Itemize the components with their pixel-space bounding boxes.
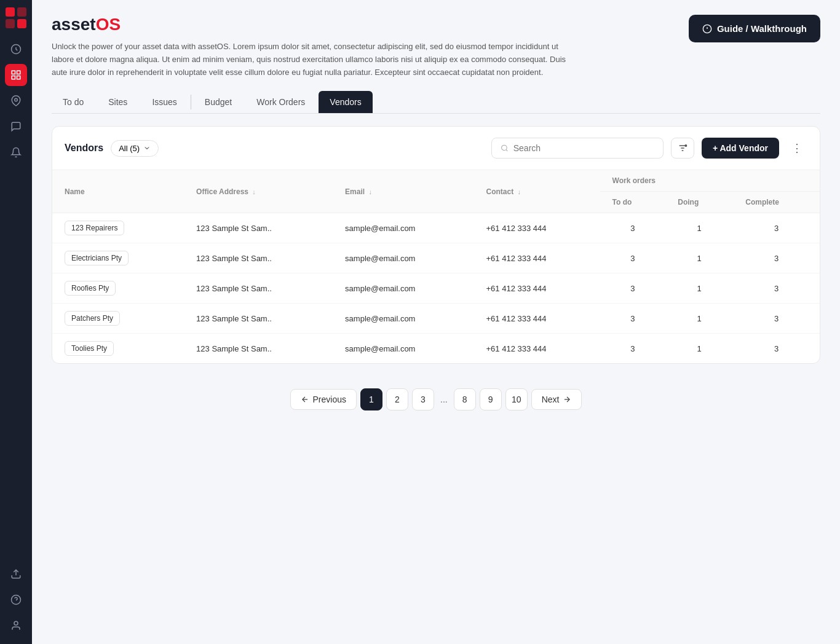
more-options-button[interactable]: ⋮ [787, 136, 807, 160]
page-10[interactable]: 10 [505, 388, 528, 410]
vendor-email-3: sample@email.com [333, 304, 473, 334]
main-content: assetOS Unlock the power of your asset d… [32, 0, 840, 644]
col-name: Name [52, 170, 184, 213]
vendor-name-2[interactable]: Roofies Pty [52, 273, 184, 304]
app-logo: assetOS [52, 15, 674, 34]
col-email: Email ↓ [333, 170, 473, 213]
vendor-name-3[interactable]: Patchers Pty [52, 304, 184, 334]
filter-icon [678, 143, 687, 153]
tab-workorders[interactable]: Work Orders [245, 91, 316, 113]
table-row: Roofies Pty 123 Sample St Sam.. sample@e… [52, 273, 820, 304]
svg-point-9 [15, 98, 18, 101]
sort-email-icon: ↓ [368, 188, 372, 195]
sidebar-item-profile[interactable] [5, 615, 27, 637]
page-8[interactable]: 8 [454, 388, 476, 410]
col-complete: Complete [733, 192, 820, 213]
chevron-down-icon [143, 144, 151, 152]
sort-contact-icon: ↓ [518, 188, 521, 195]
sidebar-logo [6, 7, 26, 28]
vendor-complete-1: 3 [733, 243, 820, 273]
previous-button[interactable]: Previous [290, 389, 357, 410]
svg-rect-1 [17, 7, 26, 17]
vendors-title: Vendors [65, 143, 103, 154]
tab-sites[interactable]: Sites [97, 91, 138, 113]
col-doing: Doing [665, 192, 733, 213]
guide-walkthrough-button[interactable]: Guide / Walkthrough [689, 15, 820, 42]
header: assetOS Unlock the power of your asset d… [52, 15, 820, 79]
vendor-contact-3: +61 412 333 444 [474, 304, 600, 334]
svg-point-13 [14, 621, 18, 625]
page-2[interactable]: 2 [386, 388, 408, 410]
vendor-name-0[interactable]: 123 Repairers [52, 213, 184, 243]
vendor-name-4[interactable]: Toolies Pty [52, 334, 184, 364]
vendor-contact-0: +61 412 333 444 [474, 213, 600, 243]
page-3[interactable]: 3 [412, 388, 434, 410]
logo-os: OS [96, 15, 121, 34]
vendor-address-4: 123 Sample St Sam.. [184, 334, 333, 364]
sidebar-item-assets[interactable] [5, 64, 27, 86]
sidebar-item-chat[interactable] [5, 116, 27, 138]
col-work-orders-group: Work orders [600, 170, 820, 192]
arrow-left-icon [301, 395, 309, 404]
svg-rect-2 [6, 19, 15, 28]
sort-address-icon: ↓ [252, 188, 256, 195]
svg-rect-3 [17, 19, 26, 28]
page-1[interactable]: 1 [360, 388, 382, 410]
search-box[interactable] [491, 138, 664, 159]
vendor-address-2: 123 Sample St Sam.. [184, 273, 333, 304]
vendor-todo-2: 3 [600, 273, 666, 304]
vendor-doing-1: 1 [665, 243, 733, 273]
table-row: 123 Repairers 123 Sample St Sam.. sample… [52, 213, 820, 243]
guide-icon [702, 24, 712, 34]
svg-rect-6 [17, 71, 20, 74]
svg-rect-0 [6, 7, 15, 17]
sidebar-item-help[interactable] [5, 589, 27, 611]
col-todo: To do [600, 192, 666, 213]
svg-rect-7 [12, 76, 15, 79]
vendor-address-3: 123 Sample St Sam.. [184, 304, 333, 334]
sidebar-item-notifications[interactable] [5, 141, 27, 163]
page-ellipsis: ... [438, 395, 450, 404]
search-input[interactable] [513, 143, 654, 153]
vendor-complete-2: 3 [733, 273, 820, 304]
svg-line-18 [506, 150, 507, 151]
arrow-right-icon [563, 395, 571, 404]
table-row: Patchers Pty 123 Sample St Sam.. sample@… [52, 304, 820, 334]
table-header-row: Name Office Address ↓ Email ↓ Contact ↓ … [52, 170, 820, 192]
vendor-email-4: sample@email.com [333, 334, 473, 364]
all-filter-button[interactable]: All (5) [111, 140, 159, 157]
vendor-complete-0: 3 [733, 213, 820, 243]
sidebar-item-dashboard[interactable] [5, 38, 27, 60]
sidebar-item-upload[interactable] [5, 563, 27, 585]
svg-point-17 [501, 146, 507, 151]
vendor-name-1[interactable]: Electricians Pty [52, 243, 184, 273]
vendors-toolbar: Vendors All (5) + Add Vendor [52, 127, 820, 170]
vendor-email-0: sample@email.com [333, 213, 473, 243]
filter-button[interactable] [671, 138, 694, 159]
vendor-complete-4: 3 [733, 334, 820, 364]
tab-budget[interactable]: Budget [194, 91, 243, 113]
vendor-doing-0: 1 [665, 213, 733, 243]
logo-asset: asset [52, 15, 96, 34]
vendor-complete-3: 3 [733, 304, 820, 334]
page-9[interactable]: 9 [480, 388, 502, 410]
tab-vendors[interactable]: Vendors [319, 91, 372, 113]
vendor-todo-3: 3 [600, 304, 666, 334]
sidebar-item-maps[interactable] [5, 90, 27, 112]
col-contact: Contact ↓ [474, 170, 600, 213]
tab-todo[interactable]: To do [52, 91, 95, 113]
col-address: Office Address ↓ [184, 170, 333, 213]
vendors-table: Name Office Address ↓ Email ↓ Contact ↓ … [52, 170, 820, 363]
table-header: Name Office Address ↓ Email ↓ Contact ↓ … [52, 170, 820, 213]
vendor-contact-1: +61 412 333 444 [474, 243, 600, 273]
tab-separator [191, 95, 191, 109]
next-button[interactable]: Next [531, 389, 582, 410]
vendor-email-1: sample@email.com [333, 243, 473, 273]
add-vendor-button[interactable]: + Add Vendor [702, 138, 779, 159]
table-row: Electricians Pty 123 Sample St Sam.. sam… [52, 243, 820, 273]
tab-issues[interactable]: Issues [141, 91, 188, 113]
vendor-todo-0: 3 [600, 213, 666, 243]
vendor-todo-1: 3 [600, 243, 666, 273]
vendor-todo-4: 3 [600, 334, 666, 364]
vendor-doing-3: 1 [665, 304, 733, 334]
